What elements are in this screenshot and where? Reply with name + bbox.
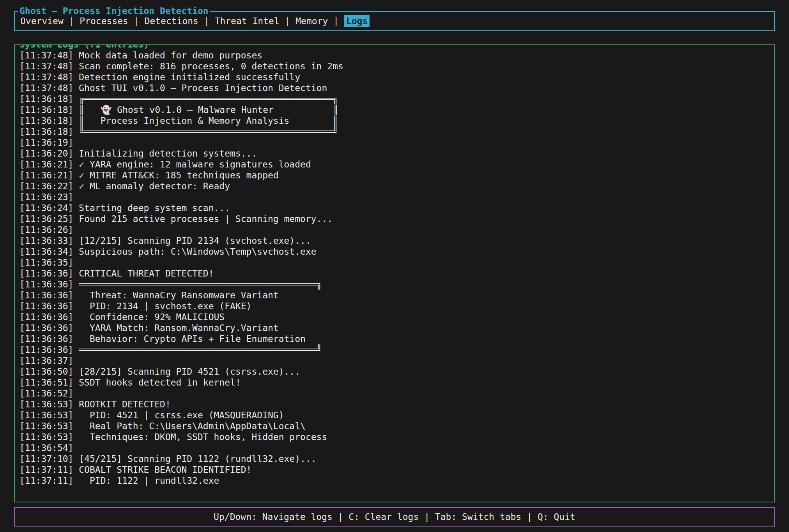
log-line: [11:36:53] Techniques: DKOM, SSDT hooks,… (19, 432, 770, 442)
log-line: [11:36:18] ╔════════════════════════════… (19, 93, 770, 104)
log-message: ✓ ML anomaly detector: Ready (73, 181, 230, 191)
tab-overview[interactable]: Overview (20, 16, 64, 26)
log-line: [11:36:53] ROOTKIT DETECTED! (19, 399, 770, 410)
log-timestamp: [11:37:10] (19, 454, 73, 464)
logs-panel-title: System Logs (71 entries) (18, 44, 150, 50)
log-line: [11:36:36] ═════════════════════════════… (19, 279, 770, 290)
log-line: [11:36:51] SSDT hooks detected in kernel… (19, 377, 770, 388)
log-message: Real Path: C:\Users\Admin\AppData\Local\ (73, 421, 305, 431)
log-line: [11:36:26] (19, 224, 770, 235)
log-line: [11:36:52] (19, 388, 770, 399)
log-timestamp: [11:36:36] (19, 279, 73, 289)
log-line: [11:36:53] Real Path: C:\Users\Admin\App… (19, 421, 770, 432)
log-list[interactable]: [11:37:48] Mock data loaded for demo pur… (19, 50, 770, 486)
tab-memory[interactable]: Memory (295, 16, 328, 26)
log-timestamp: [11:36:18] (19, 116, 73, 126)
log-timestamp: [11:36:54] (19, 443, 73, 453)
log-timestamp: [11:36:22] (19, 181, 73, 191)
log-message: PID: 4521 | csrss.exe (MASQUERADING) (73, 410, 284, 420)
tab-threat-intel[interactable]: Threat Intel (215, 16, 280, 26)
log-message: SSDT hooks detected in kernel! (73, 377, 241, 388)
log-line: [11:36:50] [28/215] Scanning PID 4521 (c… (19, 366, 770, 377)
log-message: YARA Match: Ransom.WannaCry.Variant (73, 323, 278, 333)
log-message: Mock data loaded for demo purposes (73, 50, 262, 60)
log-timestamp: [11:37:48] (19, 72, 73, 82)
log-line: [11:37:11] COBALT STRIKE BEACON IDENTIFI… (19, 464, 770, 475)
log-message (73, 257, 79, 268)
log-message: ╚═══════════════════════════════════════… (73, 127, 338, 137)
log-message: Techniques: DKOM, SSDT hooks, Hidden pro… (73, 432, 327, 442)
log-timestamp: [11:36:53] (19, 421, 73, 431)
log-timestamp: [11:36:23] (19, 192, 73, 202)
log-line: [11:37:48] Mock data loaded for demo pur… (19, 50, 770, 61)
log-message: ║ 👻 Ghost v0.1.0 — Malware Hunter ║ (73, 105, 338, 115)
log-timestamp: [11:36:24] (19, 203, 73, 213)
log-line: [11:36:22] ✓ ML anomaly detector: Ready (19, 181, 770, 192)
tab-detections[interactable]: Detections (145, 16, 198, 26)
tab-bar: Overview | Processes | Detections | Thre… (20, 16, 370, 26)
log-line: [11:36:19] (19, 137, 770, 148)
log-message: Found 215 active processes | Scanning me… (73, 214, 333, 224)
log-message: ╔═══════════════════════════════════════… (73, 94, 338, 104)
log-line: [11:36:18] ╚════════════════════════════… (19, 126, 770, 137)
log-line: [11:36:36] PID: 2134 | svchost.exe (FAKE… (19, 301, 770, 312)
log-timestamp: [11:36:37] (19, 356, 73, 366)
log-message: COBALT STRIKE BEACON IDENTIFIED! (73, 465, 251, 475)
log-message: Suspicious path: C:\Windows\Temp\svchost… (73, 247, 316, 257)
log-line: [11:36:23] (19, 192, 770, 203)
log-line: [11:36:54] (19, 442, 770, 453)
log-timestamp: [11:37:48] (19, 83, 73, 93)
tab-separator: | (328, 16, 344, 26)
log-message (73, 137, 79, 148)
tab-logs[interactable]: Logs (344, 15, 370, 27)
keyboard-hints: Up/Down: Navigate logs | C: Clear logs |… (214, 512, 575, 522)
tab-separator: | (280, 16, 296, 26)
log-line: [11:36:20] Initializing detection system… (19, 148, 770, 159)
log-message: ║ Process Injection & Memory Analysis ║ (73, 116, 338, 126)
log-line: [11:36:36] CRITICAL THREAT DETECTED! (19, 268, 770, 279)
log-line: [11:36:36] ═════════════════════════════… (19, 344, 770, 355)
log-timestamp: [11:37:11] (19, 465, 73, 475)
log-message: [45/215] Scanning PID 1122 (rundll32.exe… (73, 454, 316, 464)
log-line: [11:36:21] ✓ MITRE ATT&CK: 185 technique… (19, 170, 770, 181)
log-timestamp: [11:36:53] (19, 410, 73, 420)
log-message: Initializing detection systems... (73, 148, 257, 159)
log-line: [11:37:10] [45/215] Scanning PID 1122 (r… (19, 453, 770, 464)
log-message: Ghost TUI v0.1.0 — Process Injection Det… (73, 83, 327, 93)
log-timestamp: [11:36:36] (19, 345, 73, 355)
log-timestamp: [11:36:51] (19, 377, 73, 388)
log-line: [11:36:18] ║ 👻 Ghost v0.1.0 — Malware Hu… (19, 104, 770, 115)
log-timestamp: [11:36:36] (19, 312, 73, 322)
log-timestamp: [11:36:18] (19, 94, 73, 104)
log-timestamp: [11:36:18] (19, 127, 73, 137)
log-timestamp: [11:36:52] (19, 388, 73, 398)
log-message: CRITICAL THREAT DETECTED! (73, 268, 214, 278)
log-line: [11:37:48] Ghost TUI v0.1.0 — Process In… (19, 83, 770, 93)
log-message: Starting deep system scan... (73, 203, 230, 213)
log-timestamp: [11:37:48] (19, 50, 73, 60)
tab-processes[interactable]: Processes (80, 16, 128, 26)
log-timestamp: [11:36:50] (19, 366, 73, 377)
log-line: [11:37:48] Detection engine initialized … (19, 72, 770, 83)
log-timestamp: [11:36:34] (19, 247, 73, 257)
log-line: [11:37:48] Scan complete: 816 processes,… (19, 61, 770, 72)
log-message (73, 443, 79, 453)
log-line: [11:36:35] (19, 257, 770, 268)
log-message (73, 192, 79, 202)
log-timestamp: [11:36:53] (19, 432, 73, 442)
log-timestamp: [11:36:36] (19, 290, 73, 300)
log-timestamp: [11:37:48] (19, 61, 73, 71)
log-message: ════════════════════════════════════════… (73, 279, 322, 289)
log-line: [11:36:36] Threat: WannaCry Ransomware V… (19, 290, 770, 301)
log-line: [11:36:53] PID: 4521 | csrss.exe (MASQUE… (19, 410, 770, 421)
log-message: Confidence: 92% MALICIOUS (73, 312, 225, 322)
log-message: Behavior: Crypto APIs + File Enumeration (73, 334, 305, 344)
log-line: [11:36:34] Suspicious path: C:\Windows\T… (19, 246, 770, 257)
log-message: PID: 2134 | svchost.exe (FAKE) (73, 301, 251, 311)
log-timestamp: [11:36:36] (19, 323, 73, 333)
footer-panel: Up/Down: Navigate logs | C: Clear logs |… (14, 507, 775, 527)
tab-separator: | (128, 16, 145, 26)
window-title: Ghost — Process Injection Detection (18, 5, 210, 16)
log-message (73, 388, 79, 398)
log-line: [11:36:33] [12/215] Scanning PID 2134 (s… (19, 235, 770, 246)
